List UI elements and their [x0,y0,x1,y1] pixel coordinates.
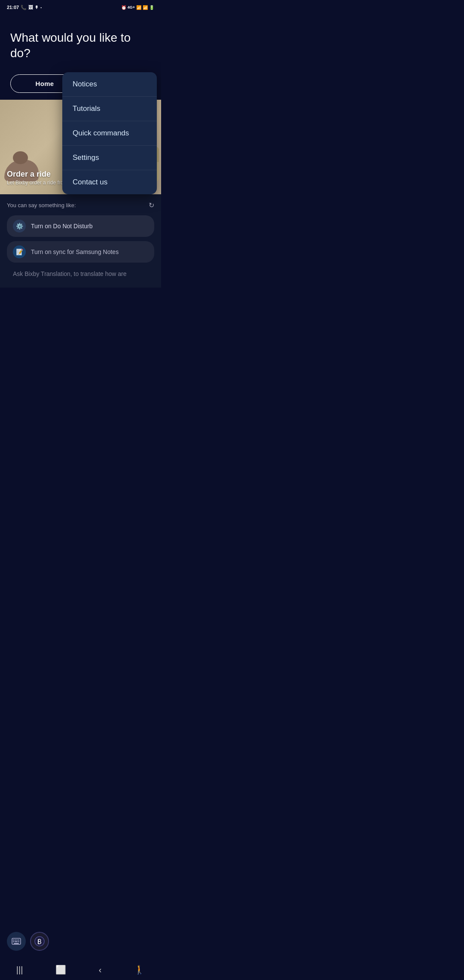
status-bar: 21:07 📞 🖼 🎙 • ⏰ 4G+ 📶 📶 🔋 [0,0,161,13]
4g-icon: 4G+ [128,5,135,9]
suggestion-item-1[interactable]: ⚙️ Turn on Do Not Disturb [7,215,154,237]
status-right: ⏰ 4G+ 📶 📶 🔋 [121,5,154,10]
suggestion-text-1: Turn on Do Not Disturb [31,223,92,230]
refresh-icon[interactable]: ↻ [149,201,154,209]
gallery-icon: 🖼 [28,5,33,10]
dropdown-item-tutorials[interactable]: Tutorials [62,97,157,121]
suggestions-panel: You can say something like: ↻ ⚙️ Turn on… [0,194,161,288]
gear-icon-wrap: ⚙️ [13,220,26,233]
suggestion-partial: Ask Bixby Translation, to translate how … [7,267,154,281]
dropdown-item-notices[interactable]: Notices [62,72,157,97]
dropdown-item-quick-commands[interactable]: Quick commands [62,121,157,146]
gear-icon: ⚙️ [16,223,23,230]
suggestions-header-text: You can say something like: [7,202,76,208]
dropdown-item-settings[interactable]: Settings [62,146,157,170]
dot-icon: • [40,6,42,9]
time: 21:07 [7,5,19,10]
voice-icon: 🎙 [35,5,39,9]
notes-icon: 📝 [16,248,23,255]
signal2-icon: 📶 [143,5,148,10]
battery-icon: 🔋 [149,5,154,10]
status-left: 21:07 📞 🖼 🎙 • [7,5,42,10]
dropdown-menu: Notices Tutorials Quick commands Setting… [62,72,157,194]
phone-icon: 📞 [21,5,27,10]
signal1-icon: 📶 [136,5,141,10]
suggestion-item-2[interactable]: 📝 Turn on sync for Samsung Notes [7,241,154,263]
main-heading: What would you like to do? [0,13,161,74]
dropdown-item-contact-us[interactable]: Contact us [62,170,157,194]
alarm-icon: ⏰ [121,5,126,10]
suggestion-text-2: Turn on sync for Samsung Notes [31,248,119,255]
notes-icon-wrap: 📝 [13,245,26,258]
suggestions-header: You can say something like: ↻ [7,201,154,209]
